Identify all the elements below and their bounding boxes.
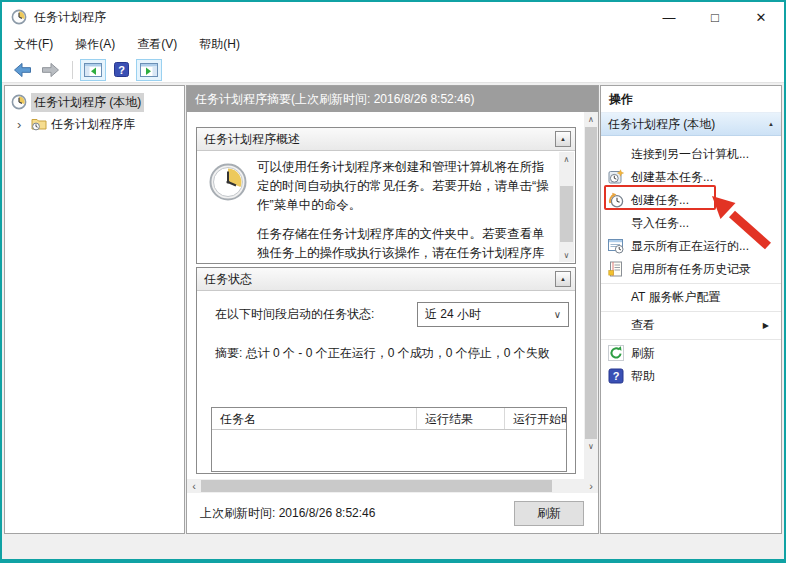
back-button[interactable]: [9, 59, 35, 81]
back-arrow-icon: [13, 62, 32, 78]
action-label: 帮助: [631, 368, 655, 385]
action-at-service-account-config[interactable]: AT 服务帐户配置: [601, 286, 781, 309]
title-bar: 任务计划程序 — □ ✕: [2, 2, 784, 32]
period-label: 在以下时间段启动的任务状态:: [215, 306, 374, 323]
tree-item-label: 任务计划程序 (本地): [31, 93, 144, 112]
actions-panel: 操作 任务计划程序 (本地) ▲ 连接到另一台计算机...: [600, 85, 782, 534]
help-toolbar-button[interactable]: ?: [108, 59, 134, 81]
collapse-group-icon[interactable]: ▲: [768, 121, 774, 127]
action-connect-to-another-computer[interactable]: 连接到另一台计算机...: [601, 143, 781, 166]
actions-separator: [601, 283, 781, 284]
status-strip: [2, 536, 784, 559]
overview-scrollbar[interactable]: ∧ ∨: [559, 152, 574, 262]
summary-content: 任务计划程序概述 ▲: [187, 112, 584, 479]
tree-item-task-scheduler-local[interactable]: 任务计划程序 (本地): [5, 91, 184, 113]
action-view[interactable]: 查看 ▶: [601, 314, 781, 337]
submenu-arrow-icon: ▶: [763, 321, 769, 330]
overview-title: 任务计划程序概述: [204, 131, 300, 148]
summary-vertical-scrollbar[interactable]: ∧ ∨: [584, 112, 598, 479]
clock-icon: [11, 94, 27, 110]
annotation-highlight-box: [604, 185, 716, 210]
summary-horizontal-scrollbar[interactable]: ‹ ›: [187, 479, 598, 493]
action-refresh[interactable]: 刷新: [601, 342, 781, 365]
basic-task-icon: [608, 169, 624, 185]
menu-file[interactable]: 文件(F): [3, 32, 64, 57]
action-label: 导入任务...: [631, 215, 689, 232]
overview-paragraph-2: 任务存储在任务计划程序库的文件夹中。若要查看单独任务上的操作或执行该操作，请在任…: [257, 225, 553, 262]
scroll-down-icon[interactable]: ∨: [559, 248, 574, 262]
maximize-button[interactable]: □: [692, 2, 738, 32]
scroll-up-icon[interactable]: ∧: [559, 152, 574, 166]
status-summary-line: 摘要: 总计 0 个 - 0 个正在运行，0 个成功，0 个停止，0 个失败: [215, 345, 550, 362]
action-enable-all-task-history[interactable]: 启用所有任务历史记录: [601, 258, 781, 281]
column-run-start-time[interactable]: 运行开始时间: [505, 408, 566, 429]
running-tasks-icon: [608, 238, 624, 254]
history-icon: [608, 261, 624, 277]
action-label: 连接到另一台计算机...: [631, 146, 749, 163]
task-status-section: 任务状态 ▲ 在以下时间段启动的任务状态: 近 24 小时 ∨ 摘要: 总计 0…: [196, 267, 576, 474]
annotation-arrow: [702, 192, 780, 254]
window-title: 任务计划程序: [34, 9, 106, 26]
task-table: 任务名 运行结果 运行开始时间: [211, 407, 567, 472]
menu-action[interactable]: 操作(A): [64, 32, 126, 57]
show-action-pane-button[interactable]: [136, 59, 162, 81]
column-run-result[interactable]: 运行结果: [417, 408, 505, 429]
show-console-tree-button[interactable]: [80, 59, 106, 81]
action-label: 启用所有任务历史记录: [631, 261, 751, 278]
close-button[interactable]: ✕: [738, 2, 784, 32]
minimize-button[interactable]: —: [646, 2, 692, 32]
forward-arrow-icon: [41, 62, 60, 78]
refresh-button[interactable]: 刷新: [514, 501, 584, 526]
overview-section: 任务计划程序概述 ▲: [196, 127, 576, 264]
tree-item-label: 任务计划程序库: [51, 116, 135, 133]
actions-separator: [601, 339, 781, 340]
scroll-down-icon[interactable]: ∨: [584, 439, 598, 453]
period-dropdown[interactable]: 近 24 小时 ∨: [417, 302, 569, 327]
task-scheduler-clock-icon: [209, 163, 247, 201]
action-help[interactable]: ? 帮助: [601, 365, 781, 388]
menu-view[interactable]: 查看(V): [126, 32, 188, 57]
action-pane-icon: [140, 63, 158, 77]
chevron-down-icon: ∨: [554, 309, 561, 320]
action-label: 查看: [631, 317, 655, 334]
actions-separator: [601, 311, 781, 312]
scroll-up-icon[interactable]: ∧: [584, 112, 598, 126]
menu-help[interactable]: 帮助(H): [188, 32, 251, 57]
summary-header: 任务计划程序摘要(上次刷新时间: 2016/8/26 8:52:46): [187, 86, 598, 112]
help-toolbar-icon: ?: [114, 62, 129, 77]
task-status-title: 任务状态: [204, 271, 252, 288]
summary-footer: 上次刷新时间: 2016/8/26 8:52:46 刷新: [187, 493, 598, 533]
scroll-right-icon[interactable]: ›: [584, 479, 598, 493]
console-tree-icon: [84, 63, 102, 77]
action-label: 刷新: [631, 345, 655, 362]
tree-item-task-scheduler-library[interactable]: › 任务计划程序库: [5, 113, 184, 135]
collapse-status-button[interactable]: ▲: [555, 271, 571, 287]
help-icon: ?: [608, 368, 624, 384]
overview-paragraph-1: 可以使用任务计划程序来创建和管理计算机将在所指定的时间自动执行的常见任务。若要开…: [257, 158, 553, 215]
console-tree-panel: 任务计划程序 (本地) › 任务计划程序库: [4, 85, 185, 534]
column-task-name[interactable]: 任务名: [212, 408, 417, 429]
scroll-left-icon[interactable]: ‹: [187, 479, 201, 493]
toolbar-separator: [72, 61, 73, 79]
action-label: 创建基本任务...: [631, 169, 713, 186]
collapse-overview-button[interactable]: ▲: [555, 131, 571, 147]
main-area: 任务计划程序 (本地) › 任务计划程序库 任务计划程序摘要(上次刷新时间: 2…: [2, 83, 784, 536]
scrollbar-thumb[interactable]: [201, 480, 552, 492]
refresh-icon: [608, 345, 624, 361]
actions-group-title: 任务计划程序 (本地): [608, 116, 715, 133]
folder-clock-icon: [31, 116, 47, 132]
forward-button[interactable]: [37, 59, 63, 81]
actions-group-header[interactable]: 任务计划程序 (本地) ▲: [601, 112, 781, 136]
actions-title: 操作: [601, 86, 781, 112]
clock-app-icon: [11, 9, 27, 25]
scrollbar-thumb[interactable]: [585, 127, 597, 439]
summary-panel: 任务计划程序摘要(上次刷新时间: 2016/8/26 8:52:46) 任务计划…: [186, 85, 599, 534]
menu-bar: 文件(F) 操作(A) 查看(V) 帮助(H): [2, 32, 784, 57]
toolbar: ?: [2, 57, 784, 83]
period-value: 近 24 小时: [425, 306, 481, 323]
task-scheduler-window: 任务计划程序 — □ ✕ 文件(F) 操作(A) 查看(V) 帮助(H): [2, 2, 784, 559]
scrollbar-thumb[interactable]: [560, 186, 573, 242]
table-header-row: 任务名 运行结果 运行开始时间: [212, 408, 566, 430]
chevron-right-icon[interactable]: ›: [17, 118, 31, 131]
action-label: AT 服务帐户配置: [631, 289, 721, 306]
